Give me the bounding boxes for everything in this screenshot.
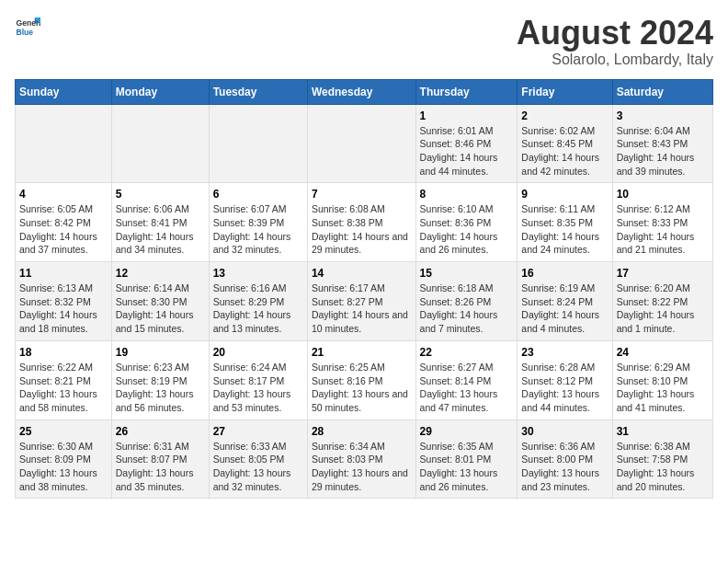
calendar-cell: 6Sunrise: 6:07 AMSunset: 8:39 PMDaylight… [209,183,307,262]
calendar-cell: 9Sunrise: 6:11 AMSunset: 8:35 PMDaylight… [518,183,612,262]
calendar-cell: 13Sunrise: 6:16 AMSunset: 8:29 PMDayligh… [209,262,307,341]
day-number: 27 [213,425,303,438]
day-number: 3 [617,109,709,122]
calendar-cell: 7Sunrise: 6:08 AMSunset: 8:38 PMDaylight… [307,183,415,262]
calendar-week-row: 18Sunrise: 6:22 AMSunset: 8:21 PMDayligh… [16,340,713,419]
day-info: Sunrise: 6:05 AMSunset: 8:42 PMDaylight:… [19,203,97,255]
day-number: 28 [312,425,412,438]
day-number: 12 [116,267,205,280]
day-number: 6 [213,188,303,201]
calendar-cell: 5Sunrise: 6:06 AMSunset: 8:41 PMDaylight… [111,183,209,262]
calendar-cell [111,104,209,183]
day-info: Sunrise: 6:13 AMSunset: 8:32 PMDaylight:… [19,282,97,334]
calendar-cell [307,104,415,183]
day-info: Sunrise: 6:36 AMSunset: 8:00 PMDaylight:… [521,441,599,492]
calendar-cell: 10Sunrise: 6:12 AMSunset: 8:33 PMDayligh… [612,183,712,262]
day-info: Sunrise: 6:24 AMSunset: 8:17 PMDaylight:… [213,362,291,413]
day-number: 15 [420,267,514,280]
day-number: 24 [617,346,709,359]
day-info: Sunrise: 6:22 AMSunset: 8:21 PMDaylight:… [19,362,97,413]
day-info: Sunrise: 6:16 AMSunset: 8:29 PMDaylight:… [213,282,291,334]
calendar-cell: 23Sunrise: 6:28 AMSunset: 8:12 PMDayligh… [518,340,612,419]
calendar-cell [16,104,112,183]
day-of-week-header: Thursday [415,79,518,104]
day-info: Sunrise: 6:25 AMSunset: 8:16 PMDaylight:… [312,362,408,413]
calendar-cell: 21Sunrise: 6:25 AMSunset: 8:16 PMDayligh… [307,340,415,419]
calendar-cell [209,104,307,183]
calendar-cell: 31Sunrise: 6:38 AMSunset: 7:58 PMDayligh… [612,419,712,499]
calendar-cell: 16Sunrise: 6:19 AMSunset: 8:24 PMDayligh… [518,262,612,341]
day-number: 2 [521,109,608,122]
day-info: Sunrise: 6:14 AMSunset: 8:30 PMDaylight:… [116,282,194,334]
day-info: Sunrise: 6:07 AMSunset: 8:39 PMDaylight:… [213,203,291,255]
day-number: 1 [420,109,514,122]
calendar-cell: 20Sunrise: 6:24 AMSunset: 8:17 PMDayligh… [209,340,307,419]
day-number: 19 [116,346,205,359]
calendar-week-row: 11Sunrise: 6:13 AMSunset: 8:32 PMDayligh… [16,262,713,341]
calendar-cell: 29Sunrise: 6:35 AMSunset: 8:01 PMDayligh… [415,419,518,499]
day-info: Sunrise: 6:08 AMSunset: 8:38 PMDaylight:… [312,203,408,255]
calendar-cell: 4Sunrise: 6:05 AMSunset: 8:42 PMDaylight… [16,183,112,262]
day-info: Sunrise: 6:17 AMSunset: 8:27 PMDaylight:… [312,282,408,334]
calendar-cell: 14Sunrise: 6:17 AMSunset: 8:27 PMDayligh… [307,262,415,341]
calendar-cell: 17Sunrise: 6:20 AMSunset: 8:22 PMDayligh… [612,262,712,341]
calendar-cell: 22Sunrise: 6:27 AMSunset: 8:14 PMDayligh… [415,340,518,419]
day-number: 30 [521,425,608,438]
day-number: 8 [420,188,514,201]
day-info: Sunrise: 6:20 AMSunset: 8:22 PMDaylight:… [617,282,695,334]
calendar-table: SundayMondayTuesdayWednesdayThursdayFrid… [15,79,713,500]
day-of-week-header: Wednesday [307,79,415,104]
calendar-cell: 27Sunrise: 6:33 AMSunset: 8:05 PMDayligh… [209,419,307,499]
calendar-week-row: 1Sunrise: 6:01 AMSunset: 8:46 PMDaylight… [16,104,713,183]
day-info: Sunrise: 6:30 AMSunset: 8:09 PMDaylight:… [19,441,97,492]
calendar-cell: 3Sunrise: 6:04 AMSunset: 8:43 PMDaylight… [612,104,712,183]
calendar-header-row: SundayMondayTuesdayWednesdayThursdayFrid… [16,79,713,104]
day-number: 4 [19,188,108,201]
day-number: 31 [617,425,709,438]
day-number: 14 [312,267,412,280]
sub-title: Solarolo, Lombardy, Italy [517,52,713,68]
day-info: Sunrise: 6:04 AMSunset: 8:43 PMDaylight:… [617,125,695,177]
day-info: Sunrise: 6:01 AMSunset: 8:46 PMDaylight:… [420,125,498,177]
calendar-cell: 8Sunrise: 6:10 AMSunset: 8:36 PMDaylight… [415,183,518,262]
day-info: Sunrise: 6:18 AMSunset: 8:26 PMDaylight:… [420,282,498,334]
day-info: Sunrise: 6:11 AMSunset: 8:35 PMDaylight:… [521,203,599,255]
calendar-cell: 30Sunrise: 6:36 AMSunset: 8:00 PMDayligh… [518,419,612,499]
header: General Blue August 2024 Solarolo, Lomba… [15,15,713,68]
day-info: Sunrise: 6:33 AMSunset: 8:05 PMDaylight:… [213,441,291,492]
day-info: Sunrise: 6:28 AMSunset: 8:12 PMDaylight:… [521,362,599,413]
day-number: 16 [521,267,608,280]
day-number: 7 [312,188,412,201]
day-number: 9 [521,188,608,201]
day-number: 21 [312,346,412,359]
day-of-week-header: Friday [518,79,612,104]
svg-text:Blue: Blue [17,28,34,37]
day-of-week-header: Tuesday [209,79,307,104]
calendar-cell: 28Sunrise: 6:34 AMSunset: 8:03 PMDayligh… [307,419,415,499]
logo-icon: General Blue [15,15,40,40]
calendar-cell: 2Sunrise: 6:02 AMSunset: 8:45 PMDaylight… [518,104,612,183]
day-info: Sunrise: 6:38 AMSunset: 7:58 PMDaylight:… [617,441,695,492]
calendar-week-row: 25Sunrise: 6:30 AMSunset: 8:09 PMDayligh… [16,419,713,499]
day-of-week-header: Monday [111,79,209,104]
day-info: Sunrise: 6:34 AMSunset: 8:03 PMDaylight:… [312,441,408,492]
day-number: 25 [19,425,108,438]
calendar-cell: 24Sunrise: 6:29 AMSunset: 8:10 PMDayligh… [612,340,712,419]
day-info: Sunrise: 6:10 AMSunset: 8:36 PMDaylight:… [420,203,498,255]
day-number: 22 [420,346,514,359]
calendar-cell: 26Sunrise: 6:31 AMSunset: 8:07 PMDayligh… [111,419,209,499]
calendar-cell: 11Sunrise: 6:13 AMSunset: 8:32 PMDayligh… [16,262,112,341]
day-info: Sunrise: 6:06 AMSunset: 8:41 PMDaylight:… [116,203,194,255]
main-title: August 2024 [517,15,713,52]
day-info: Sunrise: 6:23 AMSunset: 8:19 PMDaylight:… [116,362,194,413]
day-number: 11 [19,267,108,280]
day-number: 18 [19,346,108,359]
day-number: 26 [116,425,205,438]
day-number: 17 [617,267,709,280]
day-number: 29 [420,425,514,438]
calendar-cell: 12Sunrise: 6:14 AMSunset: 8:30 PMDayligh… [111,262,209,341]
day-info: Sunrise: 6:29 AMSunset: 8:10 PMDaylight:… [617,362,695,413]
day-info: Sunrise: 6:27 AMSunset: 8:14 PMDaylight:… [420,362,498,413]
day-number: 13 [213,267,303,280]
calendar-cell: 15Sunrise: 6:18 AMSunset: 8:26 PMDayligh… [415,262,518,341]
